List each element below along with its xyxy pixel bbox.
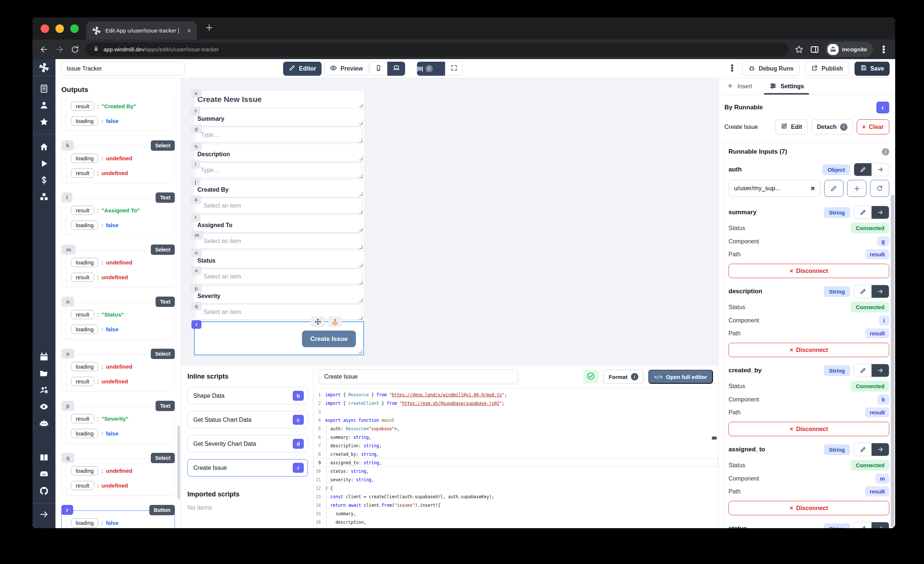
component-g-input[interactable]: gType... [194, 126, 364, 144]
code-line[interactable]: 15 summary, [314, 509, 718, 518]
code-line[interactable]: 16 description, [314, 518, 718, 526]
code-line[interactable]: 14 return await client.from("issues").in… [314, 501, 718, 509]
editor-button[interactable]: Editor [283, 62, 321, 76]
code-line[interactable]: 4export async function main( [314, 416, 718, 424]
tab-close-icon[interactable]: × [187, 27, 191, 35]
field-mode-toggle[interactable] [854, 364, 889, 377]
output-row[interactable]: loading:false [71, 325, 174, 334]
code-line[interactable]: 6 summary: string, [314, 433, 718, 441]
cubes-sidebar-item[interactable] [39, 192, 49, 202]
resource-picker-input[interactable]: u/user/my_sup... × [729, 180, 820, 197]
back-icon[interactable] [39, 45, 49, 54]
connect-mode-arrow-icon[interactable] [872, 522, 889, 528]
field-mode-toggle[interactable] [854, 285, 889, 298]
disconnect-button[interactable]: ×Disconnect [729, 264, 889, 278]
calendar-sidebar-item[interactable] [39, 352, 49, 362]
debug-runs-button[interactable]: Debug Runs [742, 62, 800, 76]
select-input[interactable]: Select an item [195, 197, 362, 214]
connect-mode-arrow-icon[interactable] [872, 206, 889, 218]
component-e-heading[interactable]: eCreate New Issue [194, 91, 364, 108]
inline-script-item[interactable]: Shape Datab [188, 387, 308, 404]
disconnect-button[interactable]: ×Disconnect [729, 343, 889, 357]
code-line[interactable]: 9 assigned_to: string, [314, 458, 718, 467]
component-l-label[interactable]: lAssigned To [194, 215, 364, 232]
output-row[interactable]: result:"Severity" [71, 414, 174, 423]
static-mode-pencil-icon[interactable] [854, 443, 872, 456]
inline-script-item[interactable]: Get Status Chart Datac [188, 411, 308, 428]
output-row[interactable]: loading:false [71, 429, 174, 438]
add-resource-button[interactable] [847, 180, 866, 197]
field-mode-toggle[interactable] [854, 206, 889, 219]
component-h-label[interactable]: hDescription [194, 144, 364, 162]
close-window-button[interactable] [40, 24, 49, 33]
home-sidebar-item[interactable] [39, 142, 49, 152]
dollar-sidebar-item[interactable] [39, 175, 49, 185]
tab-settings[interactable]: Settings [769, 78, 804, 94]
output-card-k[interactable]: kSelectloading:undefinedresult:undefined [62, 146, 175, 183]
star-sidebar-item[interactable] [39, 117, 49, 127]
book-sidebar-item[interactable] [39, 452, 49, 462]
output-row[interactable]: result:undefined [71, 377, 174, 386]
code-line[interactable]: 5 auth: Resource<"supabase">, [314, 424, 718, 433]
component-j-label[interactable]: jCreated By [194, 180, 364, 197]
bookmark-star-icon[interactable] [794, 45, 804, 54]
more-menu-icon[interactable] [728, 64, 736, 74]
side-panel-icon[interactable] [810, 45, 819, 54]
minimize-window-button[interactable] [56, 24, 64, 33]
component-r-button[interactable]: rCreate Issue [194, 321, 364, 355]
code-line[interactable]: 10 status: string, [314, 467, 718, 475]
github-sidebar-item[interactable] [39, 486, 49, 496]
component-f-label[interactable]: fSummary [194, 109, 364, 126]
create-issue-button[interactable]: Create Issue [302, 331, 356, 347]
disconnect-button[interactable]: ×Disconnect [729, 422, 889, 436]
output-row[interactable]: loading:undefined [71, 362, 174, 371]
zoom-window-button[interactable] [70, 24, 79, 33]
inline-script-item[interactable]: Get Severity Chart Datad [188, 435, 308, 452]
component-o-select[interactable]: oSelect an item [194, 268, 364, 286]
connect-mode-arrow-icon[interactable] [872, 285, 889, 298]
output-row[interactable]: loading:false [71, 220, 174, 230]
component-n-label[interactable]: nStatus [194, 250, 364, 268]
code-line[interactable]: 1import { Resource } from "https://deno.… [314, 390, 718, 399]
users-gear-sidebar-item[interactable] [39, 385, 49, 395]
browser-menu-icon[interactable] [879, 45, 888, 54]
open-full-editor-button[interactable]: </> Open full editor [648, 370, 713, 384]
folder-sidebar-item[interactable] [39, 368, 49, 378]
incognito-badge[interactable]: Incognito [825, 42, 873, 57]
outputs-toggle[interactable]: |0| i [417, 62, 445, 76]
eye-sidebar-item[interactable] [39, 401, 49, 411]
output-row[interactable]: loading:undefined [71, 258, 174, 267]
select-input[interactable]: Select an item [195, 269, 362, 284]
code-editor[interactable]: 1import { Resource } from "https://deno.… [314, 389, 718, 528]
code-line[interactable]: 13 const client = createClient(auth.supa… [314, 492, 718, 501]
output-card-o[interactable]: oSelectloading:undefinedresult:undefined [62, 354, 175, 392]
settings-scrollbar[interactable] [891, 194, 894, 527]
output-card[interactable]: result:"Created By"loading:false [62, 97, 175, 131]
move-icon[interactable] [311, 316, 324, 327]
output-card-p[interactable]: pTextresult:"Severity"loading:false [62, 406, 175, 444]
code-line[interactable]: 17 status, [314, 526, 718, 528]
field-mode-toggle[interactable] [854, 522, 889, 528]
code-line[interactable]: 7 description: string, [314, 441, 718, 450]
user-sidebar-item[interactable] [39, 100, 49, 110]
output-row[interactable]: loading:undefined [71, 154, 174, 163]
code-line[interactable]: 12) { [314, 484, 718, 492]
output-card-q[interactable]: qSelectloading:undefinedresult:undefined [62, 458, 175, 496]
connect-mode-arrow-icon[interactable] [872, 163, 889, 176]
code-line[interactable]: 11 severity: string, [314, 475, 718, 484]
app-canvas[interactable]: eCreate New IssuefSummarygType...hDescri… [181, 78, 718, 365]
save-button[interactable]: Save [855, 62, 890, 76]
play-sidebar-item[interactable] [39, 159, 49, 168]
text-input[interactable]: Type... [195, 127, 362, 142]
static-mode-pencil-icon[interactable] [854, 163, 872, 176]
script-name-input[interactable] [319, 370, 518, 384]
output-row[interactable]: result:"Assigned To" [71, 206, 174, 215]
discord-sidebar-item[interactable] [39, 469, 49, 479]
windmill-logo-icon[interactable] [33, 59, 56, 76]
component-m-select[interactable]: mSelect an item [194, 233, 364, 250]
output-row[interactable]: result:"Status" [71, 310, 174, 319]
code-line[interactable]: 2import { createClient } from "https://e… [314, 399, 718, 407]
disconnect-button[interactable]: ×Disconnect [729, 501, 889, 515]
auth-mode-toggle[interactable] [854, 163, 889, 176]
output-card-l[interactable]: lTextresult:"Assigned To"loading:false [62, 198, 175, 235]
